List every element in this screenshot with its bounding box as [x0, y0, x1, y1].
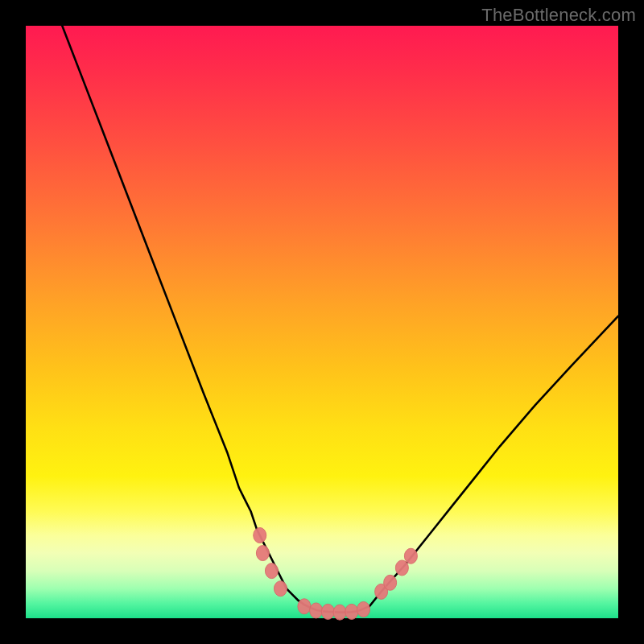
trough-marker-3 — [333, 605, 346, 620]
left-upper-marker-2 — [256, 546, 269, 561]
trough-right-marker — [357, 601, 370, 617]
trough-marker-2 — [321, 604, 334, 619]
left-mid-marker — [265, 564, 278, 579]
markers-group — [254, 527, 418, 620]
trough-marker-4 — [345, 604, 358, 619]
chart-outer-frame: TheBottleneck.com — [0, 0, 644, 644]
left-lower-marker — [274, 581, 287, 597]
left-upper-marker-1 — [254, 527, 266, 543]
right-mid-marker-1 — [384, 575, 397, 590]
trough-marker-1 — [310, 603, 323, 618]
bottleneck-curve — [56, 8, 618, 613]
trough-left-marker — [298, 599, 311, 614]
right-upper-marker-2 — [404, 548, 417, 564]
chart-svg — [26, 26, 618, 618]
right-upper-marker-1 — [395, 560, 408, 576]
watermark-text: TheBottleneck.com — [481, 5, 636, 26]
